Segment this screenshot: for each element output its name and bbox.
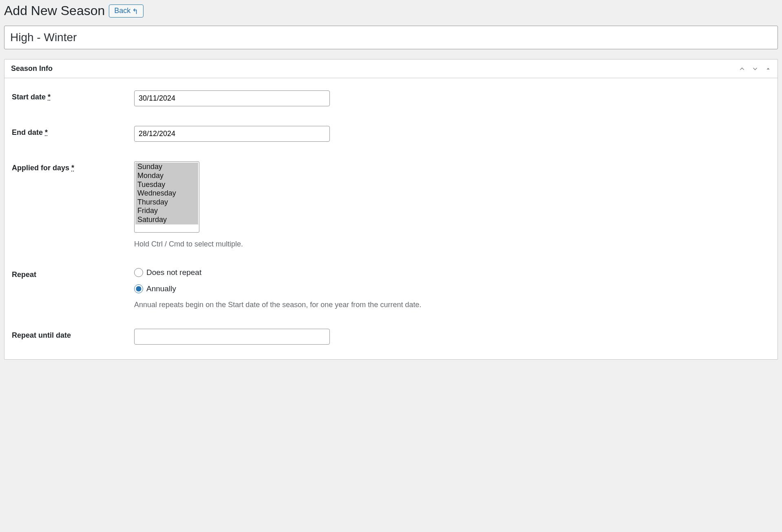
row-applied-days: Applied for days * SundayMondayTuesdayWe… (12, 161, 770, 248)
repeat-none-label: Does not repeat (146, 268, 201, 277)
back-label: Back (114, 7, 130, 15)
label-repeat-until: Repeat until date (12, 331, 71, 339)
days-help-text: Hold Ctrl / Cmd to select multiple. (134, 240, 770, 248)
label-end-date: End date * (12, 128, 48, 136)
repeat-annually-item[interactable]: Annually (134, 284, 770, 293)
required-mark: * (45, 128, 48, 136)
back-button[interactable]: Back ↲ (109, 4, 144, 18)
row-repeat: Repeat Does not repeat Annually Annual r (12, 268, 770, 309)
row-start-date: Start date * (12, 90, 770, 106)
required-mark: * (48, 93, 51, 101)
title-input-wrap (4, 26, 778, 49)
repeat-help-text: Annual repeats begin on the Start date o… (134, 301, 770, 309)
page-title: Add New Season (4, 3, 105, 18)
move-down-button[interactable] (750, 64, 760, 74)
season-info-box: Season Info Start date * (4, 59, 778, 360)
label-applied-days: Applied for days * (12, 164, 74, 172)
postbox-title: Season Info (4, 59, 59, 78)
back-arrow-icon: ↲ (132, 7, 138, 15)
repeat-annually-radio[interactable] (134, 284, 143, 293)
required-mark: * (71, 164, 74, 172)
row-repeat-until: Repeat until date (12, 329, 770, 345)
day-option[interactable]: Tuesday (135, 180, 198, 189)
repeat-none-radio[interactable] (134, 268, 143, 277)
chevron-up-icon (738, 65, 746, 73)
season-title-input[interactable] (4, 26, 778, 49)
day-option[interactable]: Sunday (135, 163, 198, 171)
postbox-body: Start date * End date * (4, 78, 778, 359)
caret-up-icon (764, 65, 772, 73)
chevron-down-icon (751, 65, 759, 73)
repeat-until-input[interactable] (134, 329, 330, 345)
days-multiselect[interactable]: SundayMondayTuesdayWednesdayThursdayFrid… (134, 161, 199, 233)
repeat-annually-label: Annually (146, 284, 176, 293)
day-option[interactable]: Friday (135, 207, 198, 215)
day-option[interactable]: Saturday (135, 215, 198, 224)
end-date-input[interactable] (134, 126, 330, 142)
day-option[interactable]: Wednesday (135, 189, 198, 198)
repeat-none-item[interactable]: Does not repeat (134, 268, 770, 277)
toggle-button[interactable] (763, 64, 773, 74)
row-end-date: End date * (12, 126, 770, 142)
day-option[interactable]: Monday (135, 171, 198, 180)
label-repeat: Repeat (12, 270, 36, 279)
postbox-header: Season Info (4, 59, 778, 78)
postbox-handle-actions (733, 64, 778, 74)
day-option[interactable]: Thursday (135, 198, 198, 207)
page-header: Add New Season Back ↲ (4, 0, 778, 26)
move-up-button[interactable] (737, 64, 747, 74)
label-start-date: Start date * (12, 93, 51, 101)
start-date-input[interactable] (134, 90, 330, 106)
